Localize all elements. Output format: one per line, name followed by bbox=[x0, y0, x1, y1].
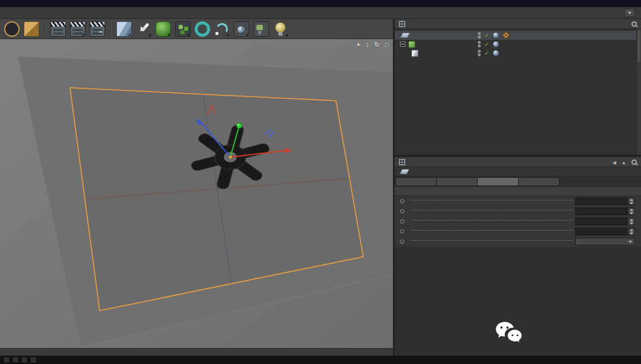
enable-check-icon[interactable] bbox=[484, 50, 489, 56]
dotted-leader bbox=[411, 230, 573, 231]
parent-up-icon[interactable] bbox=[621, 158, 626, 165]
dotted-leader bbox=[411, 210, 573, 210]
z-plugin-icon[interactable] bbox=[4, 21, 20, 37]
width-stepper[interactable] bbox=[628, 197, 635, 205]
light-icon[interactable] bbox=[273, 21, 288, 37]
extrude-object-icon bbox=[408, 41, 415, 48]
collapse-expander-icon[interactable] bbox=[400, 41, 405, 47]
panel-grid-icon[interactable] bbox=[399, 159, 405, 165]
spline-pen-icon[interactable] bbox=[136, 21, 151, 37]
cube-object-icon bbox=[411, 50, 418, 57]
visibility-dots-icon[interactable] bbox=[478, 41, 481, 47]
dotted-leader bbox=[411, 220, 573, 221]
dolly-icon[interactable] bbox=[366, 41, 369, 49]
viewport-nav bbox=[357, 41, 389, 49]
object-row-controls bbox=[478, 49, 499, 58]
bottom-bar bbox=[0, 356, 641, 364]
object-tree bbox=[395, 29, 641, 155]
toolbar-divider bbox=[110, 22, 111, 36]
dropdown-corner-icon bbox=[187, 33, 189, 36]
search-icon[interactable] bbox=[632, 159, 637, 165]
history-back-icon[interactable] bbox=[613, 158, 616, 165]
am-menubar-right bbox=[613, 158, 637, 165]
keyframe-circle-icon[interactable] bbox=[400, 209, 404, 213]
viewport[interactable] bbox=[0, 39, 393, 348]
tab-phong[interactable] bbox=[518, 177, 560, 186]
keyframe-circle-icon[interactable] bbox=[400, 199, 404, 203]
pan-icon[interactable] bbox=[357, 41, 360, 49]
width-input[interactable] bbox=[576, 198, 627, 205]
texture-tag-icon[interactable] bbox=[503, 32, 509, 39]
prop-row-orientation bbox=[395, 237, 641, 247]
panel-grid-icon[interactable] bbox=[399, 21, 405, 27]
object-row-extrude[interactable] bbox=[395, 40, 641, 49]
orientation-dropdown[interactable] bbox=[575, 238, 635, 245]
enable-check-icon[interactable] bbox=[484, 41, 489, 47]
instance-icon[interactable] bbox=[175, 21, 191, 37]
dropdown-corner-icon bbox=[227, 34, 229, 36]
plane-object-icon bbox=[400, 33, 411, 38]
rotate-icon[interactable] bbox=[375, 41, 380, 49]
om-menubar-right bbox=[632, 21, 637, 27]
section-object-properties[interactable] bbox=[395, 187, 641, 196]
axis-cube-icon[interactable] bbox=[24, 21, 39, 37]
viewport-info-bar bbox=[0, 348, 393, 356]
render-picture-viewer-icon[interactable] bbox=[70, 21, 85, 37]
visibility-dots-icon[interactable] bbox=[478, 32, 481, 39]
main-content bbox=[0, 19, 641, 356]
left-column bbox=[0, 19, 393, 356]
wechat-icon bbox=[495, 321, 523, 346]
dropdown-corner-icon bbox=[285, 34, 288, 36]
height-segments-stepper[interactable] bbox=[628, 228, 635, 235]
search-icon[interactable] bbox=[632, 21, 637, 27]
camera-icon[interactable] bbox=[234, 21, 249, 37]
phong-tag-icon[interactable] bbox=[493, 32, 499, 39]
height-stepper[interactable] bbox=[628, 207, 635, 215]
plane-object-icon bbox=[399, 169, 410, 174]
visibility-dots-icon[interactable] bbox=[478, 50, 481, 56]
menu-bar-right bbox=[620, 8, 635, 17]
toggle-view-icon[interactable] bbox=[385, 41, 389, 49]
statusbar-icon[interactable] bbox=[31, 357, 36, 362]
torus-icon[interactable] bbox=[195, 21, 210, 37]
primitive-cube-icon[interactable] bbox=[116, 21, 132, 37]
viewport-canvas bbox=[0, 39, 393, 348]
layout-dropdown[interactable] bbox=[624, 8, 635, 17]
dropdown-corner-icon bbox=[167, 33, 170, 36]
object-row-plane[interactable] bbox=[395, 31, 641, 40]
render-settings-icon[interactable] bbox=[90, 21, 105, 37]
width-segments-stepper[interactable] bbox=[628, 218, 635, 225]
enable-check-icon[interactable] bbox=[484, 33, 489, 39]
object-row-cube[interactable] bbox=[395, 49, 641, 58]
dropdown-corner-icon bbox=[128, 33, 131, 36]
width-field bbox=[575, 197, 627, 205]
object-tree-scrollbar[interactable] bbox=[636, 29, 641, 155]
stage-icon[interactable] bbox=[253, 21, 269, 37]
dotted-leader bbox=[411, 240, 573, 241]
statusbar-icon[interactable] bbox=[4, 357, 9, 362]
phong-tag-icon[interactable] bbox=[493, 41, 499, 47]
render-view-icon[interactable] bbox=[50, 21, 66, 37]
dropdown-corner-icon bbox=[148, 34, 151, 36]
statusbar-icon[interactable] bbox=[22, 357, 27, 362]
height-field bbox=[575, 207, 627, 215]
keyframe-circle-icon[interactable] bbox=[400, 240, 404, 244]
dropdown-corner-icon bbox=[246, 33, 248, 36]
keyframe-circle-icon[interactable] bbox=[400, 229, 404, 234]
tab-coordinates[interactable] bbox=[436, 177, 478, 186]
menu-bar bbox=[0, 7, 641, 19]
height-segments-field bbox=[575, 228, 627, 235]
object-row-controls bbox=[478, 31, 509, 40]
object-manager-menubar bbox=[395, 19, 641, 29]
height-segments-input[interactable] bbox=[576, 228, 627, 235]
tab-object[interactable] bbox=[477, 177, 519, 186]
phong-tag-icon[interactable] bbox=[493, 50, 499, 56]
statusbar-icon[interactable] bbox=[13, 357, 18, 362]
spline-arc-icon[interactable] bbox=[214, 21, 230, 37]
toolbar-divider bbox=[45, 22, 45, 36]
keyframe-circle-icon[interactable] bbox=[400, 219, 404, 223]
subdivision-surface-icon[interactable] bbox=[156, 21, 171, 37]
width-segments-input[interactable] bbox=[576, 218, 627, 225]
tab-basic[interactable] bbox=[395, 177, 437, 186]
height-input[interactable] bbox=[576, 208, 627, 215]
